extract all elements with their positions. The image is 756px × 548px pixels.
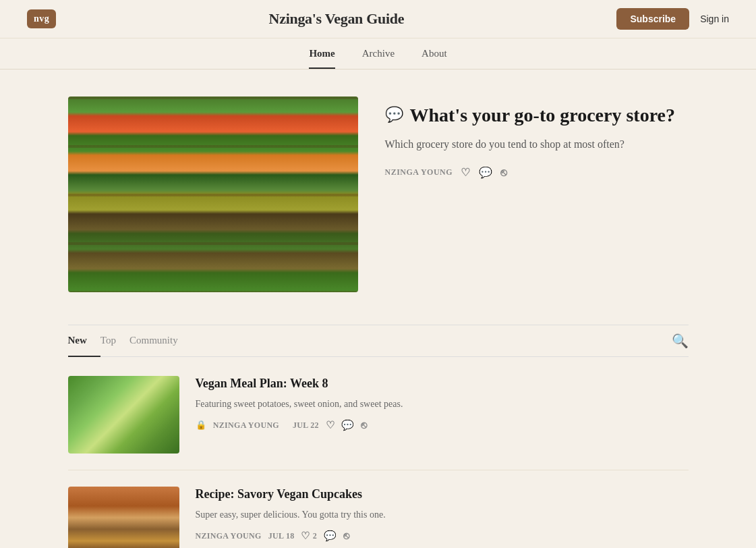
nav-home[interactable]: Home bbox=[309, 48, 335, 69]
post-author-2: NZINGA YOUNG bbox=[196, 531, 262, 541]
post-meta-2: NZINGA YOUNG JUL 18 ♡ 2 💬 ⎋ bbox=[196, 530, 689, 542]
like-icon-2: ♡ bbox=[301, 530, 310, 542]
nav-archive[interactable]: Archive bbox=[362, 48, 395, 69]
main-content: 💬 What's your go-to grocery store? Which… bbox=[55, 70, 702, 548]
featured-share-icon[interactable]: ⎋ bbox=[500, 167, 508, 179]
header-actions: Subscribe Sign in bbox=[616, 8, 729, 30]
featured-image bbox=[68, 97, 358, 292]
featured-content: 💬 What's your go-to grocery store? Which… bbox=[385, 97, 689, 179]
post-title-1[interactable]: Vegan Meal Plan: Week 8 bbox=[196, 376, 689, 391]
post-content-2: Recipe: Savory Vegan Cupcakes Super easy… bbox=[196, 487, 689, 542]
site-title: Nzinga's Vegan Guide bbox=[269, 10, 405, 28]
featured-comment-icon[interactable]: 💬 bbox=[479, 166, 493, 179]
subscribe-button[interactable]: Subscribe bbox=[616, 8, 689, 30]
featured-like-icon[interactable]: ♡ bbox=[461, 166, 471, 179]
featured-meta: NZINGA YOUNG ♡ 💬 ⎋ bbox=[385, 166, 689, 179]
post-date-1: JUL 22 bbox=[293, 420, 319, 431]
tab-community[interactable]: Community bbox=[129, 325, 192, 357]
post-share-action-1[interactable]: ⎋ bbox=[361, 420, 367, 431]
logo-badge: nvg bbox=[27, 9, 56, 28]
comment-bubble-icon: 💬 bbox=[385, 106, 403, 124]
search-icon[interactable]: 🔍 bbox=[672, 326, 689, 356]
share-icon-1: ⎋ bbox=[361, 420, 367, 431]
featured-post-subtitle: Which grocery store do you tend to shop … bbox=[385, 136, 689, 153]
post-tabs-section: New Top Community 🔍 Vegan Meal Plan: Wee… bbox=[68, 325, 689, 548]
featured-post-title[interactable]: What's your go-to grocery store? bbox=[410, 103, 676, 127]
post-excerpt-2: Super easy, super delicious. You gotta t… bbox=[196, 508, 689, 522]
tab-new[interactable]: New bbox=[68, 325, 100, 357]
post-item-2: Recipe: Savory Vegan Cupcakes Super easy… bbox=[68, 470, 689, 548]
post-comment-action-1[interactable]: 💬 bbox=[341, 419, 354, 431]
post-image-cupcakes bbox=[68, 487, 179, 548]
main-nav: Home Archive About bbox=[0, 38, 756, 70]
post-like-action-1[interactable]: ♡ bbox=[326, 419, 335, 431]
post-item: Vegan Meal Plan: Week 8 Featuring sweet … bbox=[68, 360, 689, 470]
nav-about[interactable]: About bbox=[421, 48, 447, 69]
post-like-action-2[interactable]: ♡ 2 bbox=[301, 530, 317, 542]
post-date-2: JUL 18 bbox=[268, 531, 295, 541]
comment-icon-1: 💬 bbox=[341, 419, 354, 431]
post-author-1: NZINGA YOUNG bbox=[213, 420, 279, 431]
signin-button[interactable]: Sign in bbox=[700, 13, 729, 24]
post-like-count-2: 2 bbox=[313, 531, 317, 541]
post-image-veggies bbox=[68, 376, 179, 454]
share-icon-2: ⎋ bbox=[343, 530, 349, 542]
post-tabs: New Top Community 🔍 bbox=[68, 325, 689, 357]
tab-top[interactable]: Top bbox=[100, 325, 129, 357]
featured-image-visual bbox=[68, 97, 358, 292]
post-excerpt-1: Featuring sweet potatoes, sweet onion, a… bbox=[196, 397, 689, 411]
like-icon-1: ♡ bbox=[326, 419, 335, 431]
post-thumbnail-1 bbox=[68, 376, 179, 454]
post-content-1: Vegan Meal Plan: Week 8 Featuring sweet … bbox=[196, 376, 689, 431]
post-meta-1: 🔒 NZINGA YOUNG JUL 22 ♡ 💬 ⎋ bbox=[196, 419, 689, 431]
featured-post: 💬 What's your go-to grocery store? Which… bbox=[68, 97, 689, 292]
lock-icon: 🔒 bbox=[196, 420, 206, 431]
post-comment-action-2[interactable]: 💬 bbox=[324, 530, 337, 542]
post-list: Vegan Meal Plan: Week 8 Featuring sweet … bbox=[68, 360, 689, 548]
featured-author: NZINGA YOUNG bbox=[385, 167, 453, 177]
featured-title-row: 💬 What's your go-to grocery store? bbox=[385, 103, 689, 127]
site-header: nvg Nzinga's Vegan Guide Subscribe Sign … bbox=[0, 0, 756, 38]
post-share-action-2[interactable]: ⎋ bbox=[343, 530, 349, 542]
post-thumbnail-2 bbox=[68, 487, 179, 548]
post-title-2[interactable]: Recipe: Savory Vegan Cupcakes bbox=[196, 487, 689, 502]
comment-icon-2: 💬 bbox=[324, 530, 337, 542]
